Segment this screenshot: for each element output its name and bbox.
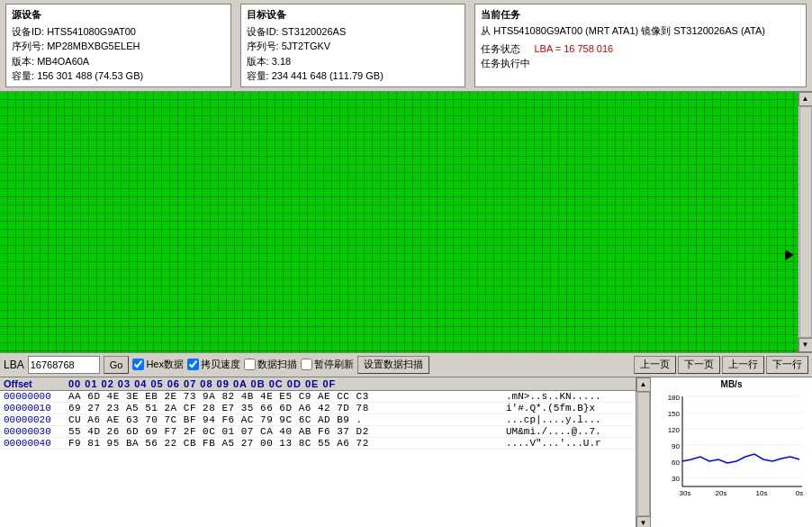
target-serial: 5JT2TGKV (282, 41, 330, 51)
task-description: 从 HTS541080G9AT00 (MRT ATA1) 镜像到 ST31200… (481, 24, 800, 38)
hex-row: 00000040 F9 81 95 BA 56 22 CB FB A5 27 0… (0, 438, 636, 450)
next-page-button[interactable]: 下一页 (678, 356, 720, 374)
target-capacity-label: 容量: (247, 70, 269, 81)
hex-row-offset: 00000030 (4, 426, 68, 437)
source-device-title: 源设备 (12, 7, 225, 23)
task-lba-label: LBA = (534, 43, 561, 54)
source-device-id: HTS541080G9AT00 (47, 26, 136, 37)
fetch-speed-checkbox-item[interactable]: 拷贝速度 (187, 358, 240, 371)
data-scan-label: 数据扫描 (257, 358, 297, 371)
pause-refresh-label: 暂停刷新 (314, 358, 354, 371)
hex-row-offset: 00000040 (4, 438, 68, 449)
target-serial-row: 序列号: 5JT2TGKV (247, 39, 460, 54)
hex-header: Offset 00 01 02 03 04 05 06 07 08 09 0A … (0, 377, 636, 391)
svg-marker-4 (785, 250, 794, 260)
svg-text:180: 180 (667, 394, 680, 402)
top-info-bar: 源设备 设备ID: HTS541080G9AT00 序列号: MP28MBXBG… (0, 0, 812, 92)
toolbar-row: LBA Go Hex数据 拷贝速度 数据扫描 暂停刷新 设置数据扫描 上一页 下… (0, 353, 812, 377)
svg-text:20s: 20s (715, 489, 726, 497)
prev-page-button[interactable]: 上一页 (634, 356, 676, 374)
task-running-status: 任务执行中 (481, 58, 530, 68)
hex-row: 00000010 69 27 23 A5 51 2A CF 28 E7 35 6… (0, 403, 636, 414)
source-model-label: 版本: (12, 56, 34, 67)
fetch-speed-checkbox[interactable] (187, 359, 199, 370)
hex-data-checkbox-item[interactable]: Hex数据 (132, 358, 184, 371)
hex-row: 00000030 55 4D 26 6D 69 F7 2F 0C 01 07 C… (0, 426, 636, 438)
current-task-title: 当前任务 (481, 7, 800, 23)
hex-row-ascii: ...cp|....y.l... (506, 414, 632, 425)
next-line-button[interactable]: 下一行 (766, 356, 808, 374)
fetch-speed-label: 拷贝速度 (201, 358, 240, 371)
hex-rows-container: 00000000 AA 6D 4E 3E EB 2E 73 9A 82 4B 4… (0, 391, 636, 450)
hex-header-ascii (506, 378, 632, 389)
hex-row-bytes: 55 4D 26 6D 69 F7 2F 0C 01 07 CA 40 AB F… (68, 426, 506, 437)
target-device-id: ST3120026AS (282, 26, 347, 37)
pause-refresh-checkbox-item[interactable]: 暂停刷新 (301, 358, 354, 371)
target-firmware: 3.18 (272, 56, 291, 67)
current-task-panel: 当前任务 从 HTS541080G9AT00 (MRT ATA1) 镜像到 ST… (474, 4, 807, 87)
scrollbar-track[interactable] (799, 106, 812, 338)
nav-buttons: 上一页 下一页 上一行 下一行 (634, 356, 808, 374)
hex-row-bytes: 69 27 23 A5 51 2A CF 28 E7 35 66 6D A6 4… (68, 403, 506, 413)
speed-chart-svg: 180 150 120 90 60 30 30s 20s 10s 0s (660, 389, 804, 506)
source-device-id-row: 设备ID: HTS541080G9AT00 (12, 24, 225, 40)
source-serial-row: 序列号: MP28MBXBG5ELEH (12, 39, 225, 54)
target-firmware-label: 版本: (247, 56, 269, 67)
hex-data-checkbox[interactable] (132, 359, 144, 370)
hex-area: Offset 00 01 02 03 04 05 06 07 08 09 0A … (0, 377, 812, 528)
lba-label: LBA (4, 359, 24, 371)
source-model: MB4OA60A (37, 56, 89, 67)
hex-data-label: Hex数据 (146, 358, 184, 371)
scrollbar-up-btn[interactable]: ▲ (798, 92, 813, 106)
svg-rect-3 (0, 92, 798, 352)
sector-grid-area: ▲ ▼ (0, 92, 812, 353)
lba-input[interactable] (28, 356, 100, 374)
target-serial-label: 序列号: (247, 41, 279, 51)
source-serial-label: 序列号: (12, 41, 44, 51)
grid-scrollbar[interactable]: ▲ ▼ (798, 92, 812, 352)
hex-scrollbar-track[interactable] (637, 392, 650, 516)
source-device-id-label: 设备ID: (12, 26, 44, 37)
prev-line-button[interactable]: 上一行 (722, 356, 764, 374)
pause-refresh-checkbox[interactable] (301, 359, 312, 370)
hex-row-offset: 00000020 (4, 414, 68, 425)
hex-row: 00000020 CU A6 AE 63 70 7C BF 94 F6 AC 7… (0, 414, 636, 426)
task-lba-value: 16 758 016 (564, 43, 613, 54)
svg-text:30: 30 (672, 475, 680, 483)
target-firmware-row: 版本: 3.18 (247, 54, 460, 69)
hex-scrollbar[interactable]: ▲ ▼ (636, 377, 650, 528)
source-capacity-label: 容量: (12, 70, 34, 81)
hex-scrollbar-down[interactable]: ▼ (636, 516, 651, 528)
hex-main: Offset 00 01 02 03 04 05 06 07 08 09 0A … (0, 377, 636, 528)
task-status-label: 任务状态 (481, 43, 520, 54)
data-scan-checkbox[interactable] (244, 359, 256, 370)
scrollbar-down-btn[interactable]: ▼ (798, 338, 813, 352)
hex-row-offset: 00000010 (4, 403, 68, 413)
svg-text:10s: 10s (755, 489, 767, 497)
source-model-row: 版本: MB4OA60A (12, 54, 225, 69)
task-status-row: 任务状态 LBA = 16 758 016 (481, 41, 800, 57)
data-scan-checkbox-item[interactable]: 数据扫描 (244, 358, 297, 371)
target-capacity: 234 441 648 (111.79 GB) (272, 70, 383, 81)
hex-scrollbar-up[interactable]: ▲ (636, 377, 651, 392)
hex-row-bytes: AA 6D 4E 3E EB 2E 73 9A 82 4B 4E E5 C9 A… (68, 391, 506, 402)
go-button[interactable]: Go (104, 356, 130, 374)
hex-row-offset: 00000000 (4, 391, 68, 402)
hex-row-ascii: .mN>..s..KN..... (506, 391, 632, 402)
svg-text:90: 90 (672, 442, 680, 450)
target-device-id-row: 设备ID: ST3120026AS (247, 24, 460, 40)
svg-text:150: 150 (667, 410, 680, 418)
hex-row-ascii: i'#.Q*.(5fm.B}x (506, 403, 632, 413)
grid-inner (0, 92, 798, 352)
chart-unit-label: MB/s (653, 379, 810, 389)
grid-svg (0, 92, 798, 352)
set-scan-button[interactable]: 设置数据扫描 (357, 356, 429, 374)
speed-chart-area: MB/s 180 150 120 90 60 30 30s 20s 10s 0s (650, 377, 812, 528)
svg-text:30s: 30s (679, 489, 690, 497)
hex-row-ascii: UM&mi./....@..7. (506, 426, 632, 437)
hex-row-bytes: F9 81 95 BA 56 22 CB FB A5 27 00 13 8C 5… (68, 438, 506, 449)
source-capacity-row: 容量: 156 301 488 (74.53 GB) (12, 68, 225, 84)
target-device-title: 目标设备 (247, 7, 460, 23)
svg-text:120: 120 (667, 426, 680, 434)
hex-header-bytes: 00 01 02 03 04 05 06 07 08 09 0A 0B 0C 0… (68, 378, 506, 389)
